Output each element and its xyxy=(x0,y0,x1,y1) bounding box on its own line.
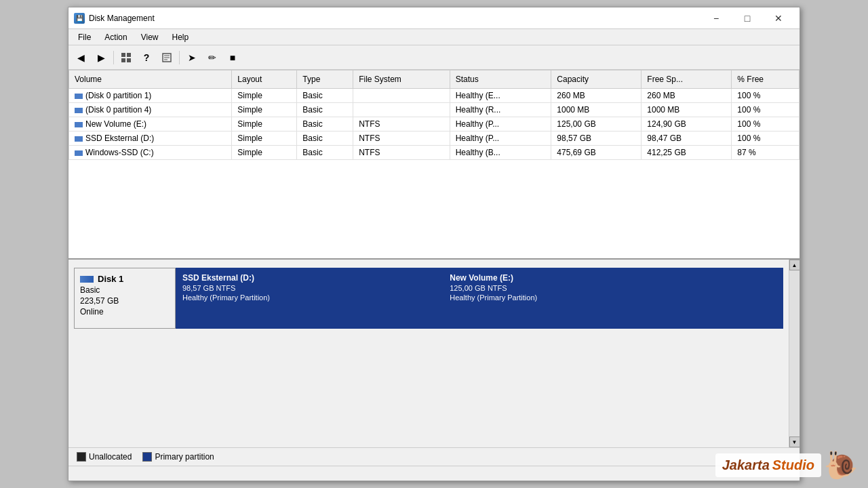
refresh-button[interactable]: ✏ xyxy=(203,48,222,67)
disk-label: Disk 1 Basic 223,57 GB Online xyxy=(74,268,176,329)
table-row[interactable]: Windows-SSD (C:) Simple Basic NTFS Healt… xyxy=(69,146,800,160)
title-bar: 💾 Disk Management − □ ✕ xyxy=(68,7,800,29)
cell-type: Basic xyxy=(297,146,353,160)
partition-size: 125,00 GB NTFS xyxy=(450,284,776,292)
col-header-free[interactable]: Free Sp... xyxy=(642,70,732,89)
cell-free: 412,25 GB xyxy=(642,146,732,160)
menu-file[interactable]: File xyxy=(71,31,98,43)
legend-unallocated-box xyxy=(77,452,86,462)
svg-rect-0 xyxy=(121,53,125,57)
disk-row: Disk 1 Basic 223,57 GB Online SSD Ekster… xyxy=(74,268,783,329)
cell-type: Basic xyxy=(297,103,353,117)
cell-status: Healthy (E... xyxy=(450,89,551,103)
cell-free: 260 MB xyxy=(642,89,732,103)
cell-fs: NTFS xyxy=(353,117,450,131)
cell-volume: SSD Eksternal (D:) xyxy=(69,131,232,146)
cell-free: 98,47 GB xyxy=(642,131,732,146)
table-row[interactable]: (Disk 0 partition 1) Simple Basic Health… xyxy=(69,89,800,103)
volume-icon xyxy=(75,122,83,127)
partition[interactable]: SSD Eksternal (D:) 98,57 GB NTFS Healthy… xyxy=(176,268,443,329)
cell-pct: 87 % xyxy=(732,146,800,160)
partition-size: 98,57 GB NTFS xyxy=(182,284,436,292)
settings-button[interactable]: ■ xyxy=(223,48,242,67)
partition[interactable]: New Volume (E:) 125,00 GB NTFS Healthy (… xyxy=(443,268,783,329)
cell-layout: Simple xyxy=(232,146,297,160)
cell-volume: (Disk 0 partition 1) xyxy=(69,89,232,103)
cell-pct: 100 % xyxy=(732,89,800,103)
cell-pct: 100 % xyxy=(732,131,800,146)
studio-text: Studio xyxy=(772,458,814,473)
scroll-up-arrow[interactable]: ▲ xyxy=(789,260,800,270)
menu-help[interactable]: Help xyxy=(165,31,196,43)
snail-icon: 🐌 xyxy=(824,449,858,481)
app-icon: 💾 xyxy=(74,13,85,24)
col-header-filesystem[interactable]: File System xyxy=(353,70,450,89)
close-button[interactable]: ✕ xyxy=(763,7,794,29)
jakarta-text: Jakarta xyxy=(722,458,770,473)
window-controls: − □ ✕ xyxy=(701,7,794,29)
scroll-down-arrow[interactable]: ▼ xyxy=(789,436,800,447)
col-header-capacity[interactable]: Capacity xyxy=(551,70,642,89)
rescan-button[interactable]: ➤ xyxy=(182,48,201,67)
cell-volume: New Volume (E:) xyxy=(69,117,232,131)
vertical-scrollbar[interactable]: ▲ ▼ xyxy=(789,260,800,447)
partition-name: SSD Eksternal (D:) xyxy=(182,273,436,283)
col-header-pct[interactable]: % Free xyxy=(732,70,800,89)
cell-layout: Simple xyxy=(232,117,297,131)
title-bar-left: 💾 Disk Management xyxy=(74,13,155,24)
content-area: Volume Layout Type File System Status Ca… xyxy=(68,70,800,481)
disk-section: Disk 1 Basic 223,57 GB Online SSD Ekster… xyxy=(68,260,789,447)
table-row[interactable]: (Disk 0 partition 4) Simple Basic Health… xyxy=(69,103,800,117)
col-header-layout[interactable]: Layout xyxy=(232,70,297,89)
partition-name: New Volume (E:) xyxy=(450,273,776,283)
menu-bar: File Action View Help xyxy=(68,29,800,45)
disk-name: Disk 1 xyxy=(80,274,170,284)
cell-capacity: 475,69 GB xyxy=(551,146,642,160)
disk-status: Online xyxy=(80,307,170,317)
jakarta-logo: Jakarta Studio xyxy=(715,453,821,477)
minimize-button[interactable]: − xyxy=(701,7,732,29)
col-header-type[interactable]: Type xyxy=(297,70,353,89)
legend-unallocated: Unallocated xyxy=(77,452,132,462)
cell-layout: Simple xyxy=(232,131,297,146)
grid-icon xyxy=(121,53,131,62)
volume-icon xyxy=(75,108,83,113)
window-title: Disk Management xyxy=(89,14,155,23)
menu-action[interactable]: Action xyxy=(98,31,134,43)
cell-type: Basic xyxy=(297,89,353,103)
partition-container: SSD Eksternal (D:) 98,57 GB NTFS Healthy… xyxy=(176,268,783,329)
forward-button[interactable]: ▶ xyxy=(92,48,111,67)
toolbar-separator-1 xyxy=(113,51,114,64)
grid-view-button[interactable] xyxy=(117,48,136,67)
cell-capacity: 1000 MB xyxy=(551,103,642,117)
menu-view[interactable]: View xyxy=(134,31,165,43)
maximize-button[interactable]: □ xyxy=(732,7,763,29)
legend-unallocated-label: Unallocated xyxy=(89,452,132,462)
properties-button[interactable] xyxy=(157,48,176,67)
cell-layout: Simple xyxy=(232,89,297,103)
cell-volume: (Disk 0 partition 4) xyxy=(69,103,232,117)
col-header-status[interactable]: Status xyxy=(450,70,551,89)
cell-fs xyxy=(353,103,450,117)
table-row[interactable]: SSD Eksternal (D:) Simple Basic NTFS Hea… xyxy=(69,131,800,146)
cell-pct: 100 % xyxy=(732,103,800,117)
cell-fs: NTFS xyxy=(353,131,450,146)
svg-rect-2 xyxy=(121,58,125,62)
disk-icon-bar xyxy=(80,276,94,283)
col-header-volume[interactable]: Volume xyxy=(69,70,232,89)
volume-table: Volume Layout Type File System Status Ca… xyxy=(68,70,800,160)
legend-bar: Unallocated Primary partition xyxy=(68,447,800,466)
toolbar-separator-2 xyxy=(179,51,180,64)
jakarta-badge: Jakarta Studio 🐌 xyxy=(715,449,858,481)
cell-pct: 100 % xyxy=(732,117,800,131)
properties-icon xyxy=(162,53,172,62)
cell-free: 1000 MB xyxy=(642,103,732,117)
volume-icon xyxy=(75,94,83,99)
toolbar: ◀ ▶ ? ➤ ✏ xyxy=(68,45,800,70)
back-button[interactable]: ◀ xyxy=(71,48,90,67)
table-row[interactable]: New Volume (E:) Simple Basic NTFS Health… xyxy=(69,117,800,131)
status-bar xyxy=(68,466,800,481)
cell-capacity: 98,57 GB xyxy=(551,131,642,146)
help-button[interactable]: ? xyxy=(137,48,156,67)
cell-status: Healthy (P... xyxy=(450,117,551,131)
